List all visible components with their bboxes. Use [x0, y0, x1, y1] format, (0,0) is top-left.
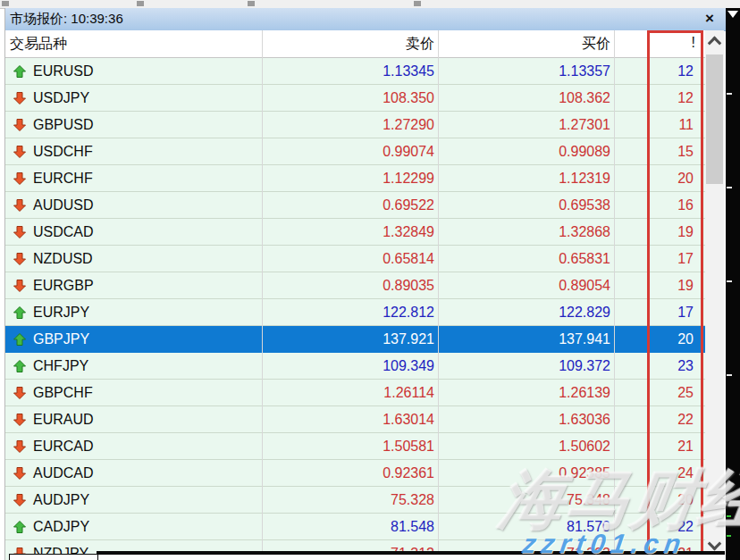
symbol-label: EURCAD	[33, 439, 94, 455]
chart-grid-dash	[727, 374, 732, 376]
symbol-label: GBPCHF	[33, 385, 93, 401]
sell-price: 109.349	[383, 358, 434, 374]
table-header-row: 交易品种 卖价 买价 !	[5, 30, 705, 58]
column-header-sell[interactable]: 卖价	[406, 35, 434, 54]
toolbar-fragment	[248, 1, 255, 6]
buy-price: 1.26139	[559, 385, 610, 401]
grid-line	[262, 30, 263, 552]
background-window-edge	[97, 555, 725, 560]
market-watch-window: 市场报价: 10:39:36 × 交易品种 卖价 买价 ! EURUSD1.13…	[4, 8, 726, 560]
toolbar-fragment	[414, 1, 421, 6]
symbol-label: EURAUD	[33, 412, 94, 428]
symbol-label: CADJPY	[33, 519, 89, 535]
buy-price: 81.570	[567, 519, 610, 535]
sell-price: 137.921	[383, 331, 434, 347]
down-arrow-icon	[13, 171, 27, 186]
buy-price: 1.27301	[559, 117, 610, 133]
quote-row-audusd[interactable]: AUDUSD0.695220.6953816	[5, 192, 705, 219]
sell-price: 0.92361	[383, 465, 434, 481]
buy-price: 0.65831	[559, 251, 610, 267]
down-arrow-icon	[13, 466, 27, 481]
buy-price: 1.13357	[559, 63, 610, 79]
window-title: 市场报价: 10:39:36	[5, 11, 123, 28]
chart-price-tick	[727, 535, 731, 537]
quote-row-euraud[interactable]: EURAUD1.630141.6303622	[5, 406, 705, 433]
quote-row-gbpjpy[interactable]: GBPJPY137.921137.94120	[5, 326, 705, 353]
close-icon[interactable]: ×	[701, 10, 719, 28]
chart-price-tick	[727, 515, 731, 517]
buy-price: 108.362	[559, 90, 610, 106]
down-arrow-icon	[13, 225, 27, 239]
down-arrow-icon	[13, 279, 27, 293]
quote-row-audjpy[interactable]: AUDJPY75.32875.34820	[5, 487, 705, 514]
down-arrow-icon	[13, 413, 27, 427]
sell-price: 0.69522	[383, 197, 434, 213]
quote-row-gbpusd[interactable]: GBPUSD1.272901.2730111	[5, 112, 705, 138]
grid-line	[438, 30, 439, 552]
down-arrow-icon	[13, 386, 27, 400]
chevron-down-icon	[708, 536, 722, 550]
market-watch-screenshot: 市场报价: 10:39:36 × 交易品种 卖价 买价 ! EURUSD1.13…	[0, 0, 740, 560]
quote-row-eurcad[interactable]: EURCAD1.505811.5060221	[5, 433, 705, 460]
down-arrow-icon	[13, 145, 27, 159]
sell-price: 75.328	[391, 492, 434, 508]
symbol-label: GBPJPY	[33, 331, 89, 347]
quote-row-usdchf[interactable]: USDCHF0.990740.9908915	[5, 138, 705, 165]
buy-price: 0.89054	[559, 278, 610, 294]
quote-row-nzdusd[interactable]: NZDUSD0.658140.6583117	[5, 246, 705, 272]
vertical-scrollbar[interactable]	[705, 30, 724, 560]
buy-price: 0.99089	[559, 144, 610, 160]
column-header-buy[interactable]: 买价	[582, 35, 610, 54]
sell-price: 122.812	[383, 305, 434, 321]
up-arrow-icon	[13, 64, 27, 79]
background-chart-panel	[725, 8, 740, 560]
quote-row-usdjpy[interactable]: USDJPY108.350108.36212	[5, 85, 705, 112]
quote-row-eurchf[interactable]: EURCHF1.122991.1231920	[5, 165, 705, 192]
sell-price: 0.99074	[383, 144, 434, 160]
quote-row-eurjpy[interactable]: EURJPY122.812122.82917	[5, 299, 705, 326]
sell-price: 108.350	[383, 90, 434, 106]
down-arrow-icon	[13, 439, 27, 454]
symbol-label: USDCAD	[33, 224, 94, 240]
buy-price: 109.372	[559, 358, 610, 374]
chart-grid-dash	[727, 93, 732, 95]
down-arrow-icon	[13, 91, 27, 105]
buy-price: 122.829	[559, 305, 610, 321]
chart-grid-dash	[727, 280, 732, 282]
symbol-label: EURJPY	[33, 305, 89, 321]
buy-price: 1.32868	[559, 224, 610, 240]
scroll-up-button[interactable]	[705, 30, 724, 50]
sell-price: 81.548	[391, 519, 434, 535]
quote-row-eurgbp[interactable]: EURGBP0.890350.8905419	[5, 272, 705, 299]
quote-row-chfjpy[interactable]: CHFJPY109.349109.37223	[5, 353, 705, 380]
down-arrow-icon	[13, 493, 27, 507]
quote-row-gbpchf[interactable]: GBPCHF1.261141.2613925	[5, 380, 705, 406]
symbol-label: USDCHF	[33, 144, 93, 160]
sell-price: 0.65814	[383, 251, 434, 267]
chevron-up-icon	[708, 36, 722, 50]
symbol-label: EURUSD	[33, 63, 94, 79]
sell-price: 1.12299	[383, 171, 434, 187]
quote-row-usdcad[interactable]: USDCAD1.328491.3286819	[5, 219, 705, 246]
grid-line	[614, 30, 615, 552]
table-body: EURUSD1.133451.1335712USDJPY108.350108.3…	[5, 58, 705, 560]
symbol-label: CHFJPY	[33, 358, 88, 374]
symbol-label: GBPUSD	[33, 117, 94, 133]
scrollbar-thumb[interactable]	[706, 54, 723, 184]
buy-price: 1.12319	[559, 171, 610, 187]
quote-row-cadjpy[interactable]: CADJPY81.54881.57022	[5, 514, 705, 540]
titlebar[interactable]: 市场报价: 10:39:36 ×	[5, 8, 726, 31]
sell-price: 0.89035	[383, 278, 434, 294]
symbol-label: EURCHF	[33, 171, 93, 187]
quote-row-eurusd[interactable]: EURUSD1.133451.1335712	[5, 58, 705, 85]
buy-price: 1.63036	[559, 412, 610, 428]
down-arrow-icon	[13, 198, 27, 213]
sell-price: 1.32849	[383, 224, 434, 240]
sell-price: 1.63014	[383, 412, 434, 428]
buy-price: 0.92385	[559, 465, 610, 481]
quote-row-audcad[interactable]: AUDCAD0.923610.9238524	[5, 460, 705, 487]
up-arrow-icon	[13, 305, 27, 320]
sell-price: 1.50581	[383, 439, 434, 455]
column-header-symbol[interactable]: 交易品种	[10, 35, 67, 54]
background-window-corner	[9, 554, 98, 560]
